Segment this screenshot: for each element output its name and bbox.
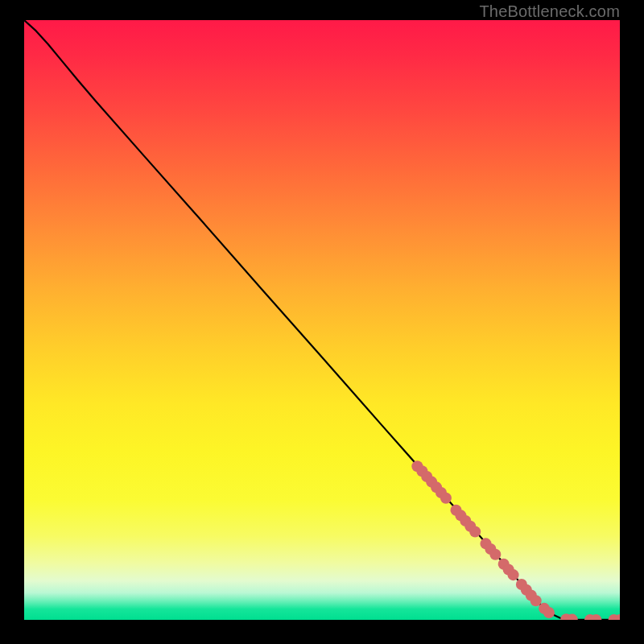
watermark-text: TheBottleneck.com xyxy=(479,2,620,21)
marker-dot xyxy=(489,549,501,560)
plot-area xyxy=(24,20,620,620)
curve-markers xyxy=(411,460,620,620)
marker-dot xyxy=(469,526,481,537)
curve-line xyxy=(24,20,620,620)
marker-dot xyxy=(440,493,452,504)
chart-overlay xyxy=(24,20,620,620)
marker-dot xyxy=(508,569,519,580)
marker-dot xyxy=(543,607,555,618)
chart-stage: TheBottleneck.com xyxy=(0,0,644,644)
marker-dot xyxy=(530,595,542,606)
